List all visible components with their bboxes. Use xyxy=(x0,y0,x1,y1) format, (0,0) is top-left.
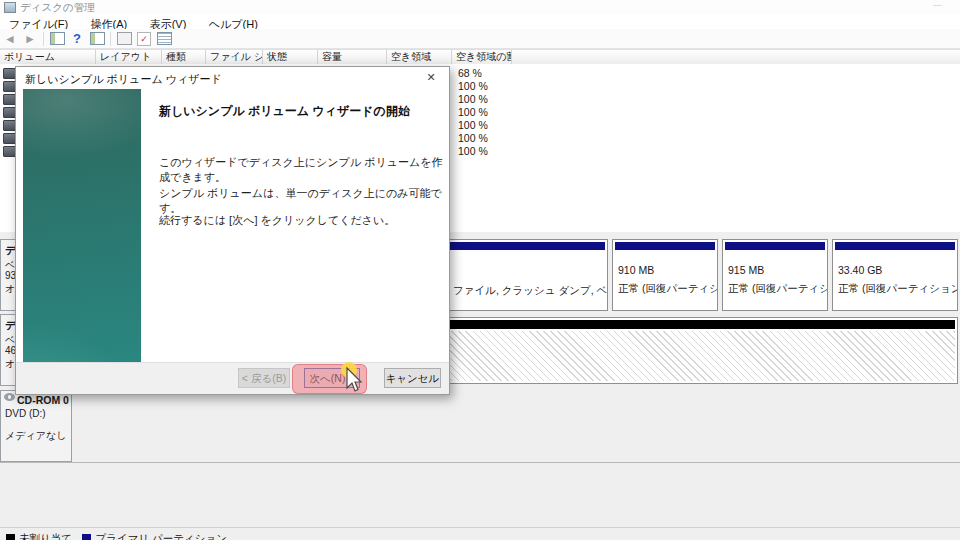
column-filesystem[interactable]: ファイル システム xyxy=(206,50,263,64)
back-arrow-icon[interactable]: ◄ xyxy=(1,31,19,47)
cdrom-media-status: メディアなし xyxy=(5,429,66,443)
properties-window-icon[interactable] xyxy=(88,31,106,47)
window-controls[interactable]: — xyxy=(933,0,948,10)
forward-arrow-icon[interactable]: ► xyxy=(21,31,39,47)
toolbar-separator xyxy=(110,32,111,46)
column-free-space[interactable]: 空き領域 xyxy=(387,50,452,64)
column-type[interactable]: 種類 xyxy=(162,50,206,64)
column-free-percent[interactable]: 空き領域の割... xyxy=(452,50,512,64)
partition-size: 915 MB xyxy=(728,264,764,276)
help-icon[interactable]: ? xyxy=(68,31,86,47)
unallocated-legend-swatch xyxy=(6,534,15,540)
check-list-icon[interactable]: ✓ xyxy=(135,31,153,47)
close-icon[interactable]: ✕ xyxy=(423,71,439,84)
disk0-partition-recovery3[interactable]: 33.40 GB 正常 (回復パーティション) xyxy=(832,239,958,311)
primary-partition-band xyxy=(725,242,825,250)
legend-bar: 未割り当て プライマリ パーティション xyxy=(0,527,960,540)
disk0-partition-recovery1[interactable]: 910 MB 正常 (回復パーティション) xyxy=(612,239,718,311)
wizard-body-line2: シンプル ボリュームは、単一のディスク上にのみ可能です。 xyxy=(159,186,444,216)
toolbar-separator xyxy=(43,32,44,46)
free-percent-value: 100 % xyxy=(458,106,488,118)
column-volume[interactable]: ボリューム xyxy=(0,50,96,64)
disk0-partition-recovery2[interactable]: 915 MB 正常 (回復パーティション) xyxy=(722,239,828,311)
wizard-title: 新しいシンプル ボリューム ウィザード xyxy=(25,72,222,87)
wizard-body-line1: このウィザードでディスク上にシンプル ボリュームを作成できます。 xyxy=(159,155,444,185)
free-percent-value: 100 % xyxy=(458,145,488,157)
toolbar: ◄ ► ? ✓ xyxy=(0,29,960,49)
free-percent-value: 100 % xyxy=(458,80,488,92)
partition-size: 33.40 GB xyxy=(838,264,882,276)
wizard-button-strip: < 戻る(B) 次へ(N) > キャンセル xyxy=(16,362,449,394)
console-tree-icon[interactable] xyxy=(48,31,66,47)
column-layout[interactable]: レイアウト xyxy=(96,50,162,64)
menu-bar: ファイル(F) 操作(A) 表示(V) ヘルプ(H) xyxy=(0,14,960,29)
unallocated-legend-label: 未割り当て xyxy=(19,532,72,540)
partition-status: 正常 (回復パーティション) xyxy=(838,282,958,296)
partition-status: 正常 (回復パーティション) xyxy=(728,282,828,296)
volume-table-header: ボリューム レイアウト 種類 ファイル システム 状態 容量 空き領域 空き領域… xyxy=(0,49,960,65)
cdrom-drive: DVD (D:) xyxy=(5,408,46,419)
title-bar: ディスクの管理 — xyxy=(0,0,960,14)
primary-partition-band xyxy=(835,242,955,250)
free-percent-value: 68 % xyxy=(458,67,482,79)
window-title: ディスクの管理 xyxy=(20,1,95,15)
disk-management-window: ディスクの管理 — ファイル(F) 操作(A) 表示(V) ヘルプ(H) ◄ ►… xyxy=(0,0,960,540)
cdrom-name: CD-ROM 0 xyxy=(17,394,69,406)
app-icon xyxy=(4,2,16,13)
primary-partition-legend-label: プライマリ パーティション xyxy=(95,532,227,540)
column-capacity[interactable]: 容量 xyxy=(318,50,387,64)
cancel-button[interactable]: キャンセル xyxy=(384,368,441,388)
action-pane-icon[interactable] xyxy=(115,31,133,47)
wizard-body-line3: 続行するには [次へ] をクリックしてください。 xyxy=(159,213,444,228)
partition-status-fragment: ファイル, クラッシュ ダンプ, ベーシック データ パ xyxy=(453,284,608,298)
free-percent-value: 100 % xyxy=(458,132,488,144)
free-percent-value: 100 % xyxy=(458,93,488,105)
wizard-title-bar[interactable]: 新しいシンプル ボリューム ウィザード ✕ xyxy=(16,67,449,89)
back-button[interactable]: < 戻る(B) xyxy=(238,368,290,388)
primary-partition-legend-swatch xyxy=(82,534,91,540)
partition-status: 正常 (回復パーティション) xyxy=(618,282,718,296)
wizard-sidebar-image xyxy=(23,89,141,365)
primary-partition-band xyxy=(615,242,715,250)
new-simple-volume-wizard-dialog: 新しいシンプル ボリューム ウィザード ✕ 新しいシンプル ボリューム ウィザー… xyxy=(15,66,450,395)
wizard-heading: 新しいシンプル ボリューム ウィザードの開始 xyxy=(159,103,437,120)
cd-disc-icon xyxy=(4,393,15,401)
column-status[interactable]: 状態 xyxy=(263,50,318,64)
details-view-icon[interactable] xyxy=(155,31,173,47)
cdrom-row-divider xyxy=(0,462,960,463)
free-percent-value: 100 % xyxy=(458,119,488,131)
mouse-cursor-icon xyxy=(338,361,364,397)
partition-size: 910 MB xyxy=(618,264,654,276)
cdrom-panel[interactable]: CD-ROM 0 DVD (D:) メディアなし xyxy=(0,390,72,462)
column-filler xyxy=(512,50,960,64)
